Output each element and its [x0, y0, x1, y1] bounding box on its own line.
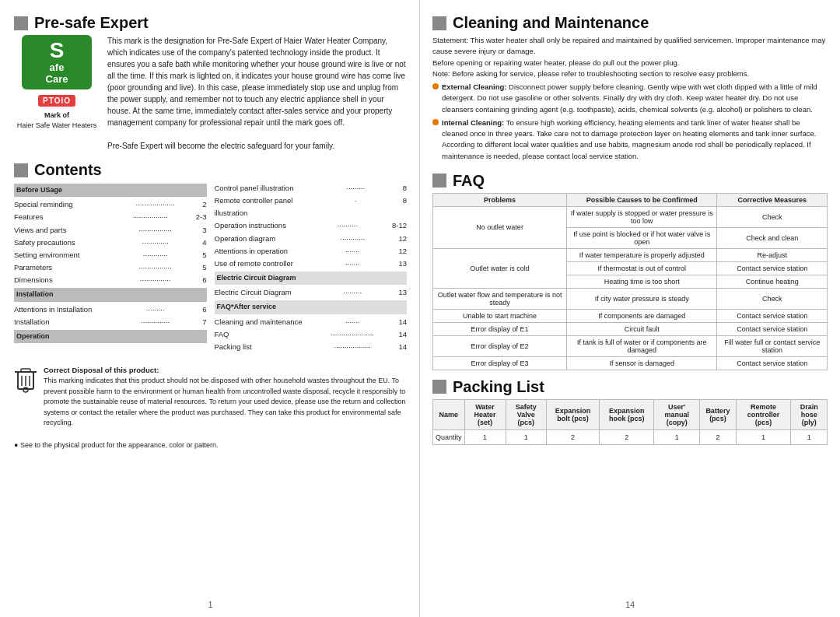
toc-faq-header: FAQ*After service	[215, 300, 408, 314]
faq-measure-3: Check	[717, 288, 828, 309]
faq-section: FAQ Problems Possible Causes to be Confi…	[432, 172, 828, 370]
packing-title: Packing List	[453, 378, 544, 396]
faq-measure-2c: Continue heating	[717, 275, 828, 288]
toc-attentions-operation: Attentions in operation·······12	[215, 245, 408, 258]
toc-operation: Operation	[14, 330, 207, 343]
faq-cause-2c: Heating time is too short	[567, 275, 717, 288]
toc-operation-diagram: Operation diagram············12	[215, 233, 408, 245]
disposal-icon	[14, 366, 37, 393]
faq-problem-e3: Error display of E3	[433, 356, 567, 370]
orange-bullet-1	[432, 83, 439, 89]
packing-col-drain: Drain hose (ply)	[791, 399, 828, 429]
trash-icon	[14, 366, 37, 393]
page-number-right: 14	[432, 600, 828, 609]
faq-measure-e2: Fill water full or contact service stati…	[717, 335, 828, 356]
packing-qty-manual: 1	[654, 429, 700, 444]
faq-measure-1a: Check	[717, 206, 828, 227]
logo-afe: afe	[50, 61, 65, 73]
packing-col-battery: Battery (pcs)	[699, 399, 736, 429]
toc-packing: Packing list··················14	[215, 341, 408, 353]
packing-qty-waterheater: 1	[464, 429, 506, 444]
faq-cause-2a: If water temperature is properly adjuste…	[567, 248, 717, 261]
faq-cause-3: If city water pressure is steady	[567, 288, 717, 309]
faq-cause-2b: If thermostat is out of control	[567, 261, 717, 275]
packing-section: Packing List Name Water Heater (set) Saf…	[432, 378, 828, 445]
toc-parameters: Parameters················5	[14, 261, 207, 274]
toc-setting: Setting environment············5	[14, 249, 207, 261]
faq-cause-4: If components are damaged	[567, 309, 717, 322]
faq-cause-e1: Circuit fault	[567, 322, 717, 335]
section-square-faq	[432, 174, 446, 188]
packing-qty-battery: 2	[699, 429, 736, 444]
toc-control-panel: Control panel illustration·········8	[215, 182, 408, 195]
packing-qty-hook: 2	[600, 429, 654, 444]
presafe-title: Pre-safe Expert	[34, 14, 149, 32]
contents-grid: Before USage Special reminding··········…	[14, 182, 407, 353]
faq-cause-e3: If sensor is damaged	[567, 356, 717, 370]
faq-row-3: Outlet water is cold If water temperatur…	[433, 248, 828, 261]
toc-remote-controller: Use of remote controller·······13	[215, 258, 408, 270]
disposal-section: Correct Disposal of this product: This m…	[14, 366, 407, 429]
toc-circuit-header: Electric Circuit Diagram	[215, 272, 408, 285]
ptoio-badge: PTOIO	[38, 95, 75, 107]
presafe-description: This mark is the designation for Pre-Saf…	[107, 35, 407, 152]
page-number-left: 1	[14, 600, 407, 609]
toc-faq-item: FAQ·····················14	[215, 328, 408, 341]
footnote: ● See to the physical product for the ap…	[14, 441, 407, 449]
faq-measure-1b: Check and clean	[717, 227, 828, 248]
presafe-logo-area: S afe Care PTOIO Mark of Haier Safe Wate…	[14, 35, 100, 152]
packing-col-bolt: Expansion bolt (pcs)	[546, 399, 599, 429]
internal-cleaning: Internal Cleaning: To ensure high workin…	[432, 117, 828, 162]
toc-installation-item: Installation··············7	[14, 316, 207, 328]
faq-cause-1b: If use point is blocked or if hot water …	[567, 227, 717, 248]
toc-special: Special reminding···················2	[14, 198, 207, 211]
faq-problem-1: No outlet water	[433, 206, 567, 248]
faq-row-7: Unable to start machine If components ar…	[433, 309, 828, 322]
cleaning-section: Cleaning and Maintenance Statement: This…	[432, 14, 828, 164]
faq-problem-2: Outlet water is cold	[433, 248, 567, 288]
cleaning-title: Cleaning and Maintenance	[453, 14, 649, 32]
mark-text: Mark of Haier Safe Water Heaters	[17, 110, 97, 130]
packing-col-manual: User' manual (copy)	[654, 399, 700, 429]
toc-circuit-diagram: Electric Circuit Diagram·········13	[215, 286, 408, 299]
faq-problem-e2: Error display of E2	[433, 335, 567, 356]
faq-cause-e2: If tank is full of water or if component…	[567, 335, 717, 356]
faq-problem-3: Outlet water flow and temperature is not…	[433, 288, 567, 309]
cleaning-text: Statement: This water heater shall only …	[432, 35, 828, 162]
presafe-section: Pre-safe Expert S afe Care PTOIO Mark of…	[14, 14, 407, 152]
disposal-title: Correct Disposal of this product:	[44, 366, 407, 374]
faq-row-1: No outlet water If water supply is stopp…	[433, 206, 828, 227]
section-square-packing	[432, 380, 446, 394]
faq-row-10: Error display of E3 If sensor is damaged…	[433, 356, 828, 370]
faq-col-measures: Corrective Measures	[717, 193, 828, 206]
faq-col-causes: Possible Causes to be Confirmed	[567, 193, 717, 206]
faq-row-8: Error display of E1 Circuit fault Contac…	[433, 322, 828, 335]
external-cleaning: External Cleaning: Disconnect power supp…	[432, 82, 828, 115]
left-page: Pre-safe Expert S afe Care PTOIO Mark of…	[0, 0, 420, 617]
faq-cause-1a: If water supply is stopped or water pres…	[567, 206, 717, 227]
faq-table: Problems Possible Causes to be Confirmed…	[432, 193, 828, 370]
toc-safety: Safety precautions·············4	[14, 237, 207, 249]
disposal-body: This marking indicates that this product…	[44, 376, 407, 429]
section-square-presafe	[14, 16, 28, 30]
toc-remote-panel: Remote controller panel illustration·8	[215, 195, 408, 219]
faq-measure-2a: Re-adjust	[717, 248, 828, 261]
contents-section: Contents Before USage Special reminding·…	[14, 161, 407, 353]
faq-row-6: Outlet water flow and temperature is not…	[433, 288, 828, 309]
packing-qty-safetyvalve: 1	[506, 429, 546, 444]
toc-features: Features·················2-3	[14, 211, 207, 223]
faq-problem-4: Unable to start machine	[433, 309, 567, 322]
logo-care: Care	[46, 73, 68, 85]
logo-s: S	[50, 40, 65, 61]
faq-measure-2b: Contact service station	[717, 261, 828, 275]
svg-rect-2	[21, 369, 30, 372]
section-square-cleaning	[432, 16, 446, 30]
faq-col-problems: Problems	[433, 193, 567, 206]
contents-title: Contents	[34, 161, 102, 179]
toc-attentions-install: Attentions in Installation·········6	[14, 303, 207, 316]
disposal-text-area: Correct Disposal of this product: This m…	[44, 366, 407, 429]
packing-quantity-row: Quantity 1 1 2 2 1 2 1 1	[433, 429, 828, 444]
toc-cleaning: Cleaning and maintenance·······14	[215, 316, 408, 328]
packing-qty-bolt: 2	[546, 429, 599, 444]
packing-col-hook: Expansion hook (pcs)	[600, 399, 654, 429]
